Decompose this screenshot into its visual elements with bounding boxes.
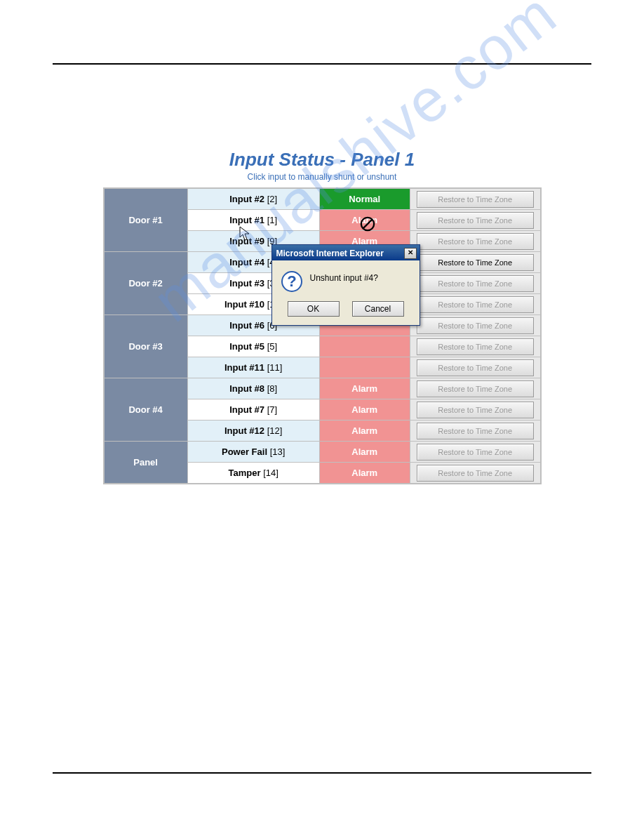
restore-button: Restore to Time Zone (417, 444, 534, 461)
dialog-titlebar: Microsoft Internet Explorer ✕ (272, 245, 420, 260)
restore-button: Restore to Time Zone (417, 233, 534, 250)
restore-cell: Restore to Time Zone (410, 315, 540, 336)
state-cell: Normal (319, 188, 410, 210)
input-index: [12] (267, 425, 283, 436)
dialog-title: Microsoft Internet Explorer (276, 249, 384, 258)
question-icon: ? (281, 270, 303, 293)
restore-cell: Restore to Time Zone (410, 294, 540, 315)
group-label: Door #2 (104, 252, 188, 315)
input-name: Input #6 (229, 320, 264, 331)
restore-cell: Restore to Time Zone (410, 273, 540, 294)
restore-button: Restore to Time Zone (417, 423, 534, 439)
cancel-button[interactable]: Cancel (352, 301, 404, 317)
state-cell: Alarm (319, 463, 410, 484)
group-label: Door #1 (104, 188, 188, 252)
state-cell (319, 336, 410, 357)
page-subtitle: Click input to manually shunt or unshunt (103, 172, 542, 182)
restore-cell: Restore to Time Zone (410, 252, 540, 273)
input-index: [11] (267, 362, 283, 373)
input-name: Input #9 (229, 236, 264, 246)
restore-button: Restore to Time Zone (417, 317, 534, 334)
input-index: [2] (267, 194, 277, 204)
confirm-dialog: Microsoft Internet Explorer ✕ ? Unshunt … (271, 244, 420, 326)
input-cell[interactable]: Input #5 [5] (187, 336, 319, 357)
top-rule (53, 63, 591, 65)
restore-cell: Restore to Time Zone (410, 399, 540, 421)
input-name: Input #1 (229, 215, 264, 225)
input-name: Input #8 (229, 383, 264, 394)
restore-cell: Restore to Time Zone (410, 442, 540, 463)
input-cell[interactable]: Input #11 [11] (187, 357, 319, 378)
restore-button[interactable]: Restore to Time Zone (417, 254, 534, 271)
restore-cell: Restore to Time Zone (410, 378, 540, 399)
svg-text:?: ? (287, 272, 296, 290)
group-label: Door #4 (104, 378, 188, 442)
input-name: Input #5 (229, 341, 264, 352)
ok-button[interactable]: OK (288, 301, 340, 317)
restore-cell: Restore to Time Zone (410, 188, 540, 210)
input-name: Tamper (229, 468, 261, 478)
restore-button: Restore to Time Zone (417, 359, 534, 376)
group-label: Panel (104, 442, 188, 484)
input-name: Input #3 (229, 278, 264, 289)
restore-cell: Restore to Time Zone (410, 231, 540, 252)
status-table: Door #1Input #2 [2]NormalRestore to Time… (103, 187, 542, 484)
group-label: Door #3 (104, 315, 188, 378)
input-name: Input #4 (229, 257, 264, 267)
dialog-message: Unshunt input #4? (310, 270, 378, 283)
restore-cell: Restore to Time Zone (410, 336, 540, 357)
restore-button: Restore to Time Zone (417, 212, 534, 229)
input-name: Input #7 (229, 404, 264, 415)
input-cell[interactable]: Input #2 [2] (187, 188, 319, 210)
restore-button: Restore to Time Zone (417, 296, 534, 313)
input-index: [7] (267, 404, 277, 415)
input-cell[interactable]: Input #12 [12] (187, 421, 319, 442)
input-cell[interactable]: Input #1 [1] (187, 210, 319, 231)
page-title: Input Status - Panel 1 (103, 149, 542, 171)
state-cell (319, 357, 410, 378)
input-index: [8] (267, 383, 277, 394)
restore-button: Restore to Time Zone (417, 275, 534, 292)
state-cell: Alarm (319, 399, 410, 421)
dialog-close-button[interactable]: ✕ (404, 248, 417, 259)
restore-cell: Restore to Time Zone (410, 421, 540, 442)
input-name: Power Fail (222, 446, 267, 457)
input-cell[interactable]: Input #7 [7] (187, 399, 319, 421)
input-cell[interactable]: Input #8 [8] (187, 378, 319, 399)
input-index: [13] (270, 446, 286, 457)
restore-button: Restore to Time Zone (417, 338, 534, 355)
input-name: Input #10 (224, 299, 264, 310)
restore-button: Restore to Time Zone (417, 191, 534, 208)
restore-button: Restore to Time Zone (417, 465, 534, 482)
restore-button: Restore to Time Zone (417, 380, 534, 397)
bottom-rule (53, 772, 591, 774)
input-name: Input #2 (229, 194, 264, 204)
restore-cell: Restore to Time Zone (410, 357, 540, 378)
input-index: [14] (263, 468, 279, 478)
input-index: [5] (267, 341, 277, 352)
restore-cell: Restore to Time Zone (410, 463, 540, 484)
state-cell: Alarm (319, 442, 410, 463)
restore-cell: Restore to Time Zone (410, 210, 540, 231)
state-cell: Alarm (319, 378, 410, 399)
input-index: [1] (267, 215, 277, 225)
input-cell[interactable]: Power Fail [13] (187, 442, 319, 463)
input-cell[interactable]: Tamper [14] (187, 463, 319, 484)
state-cell: Alarm (319, 421, 410, 442)
input-name: Input #11 (224, 362, 264, 373)
panel-wrap: Input Status - Panel 1 Click input to ma… (103, 149, 542, 484)
restore-button: Restore to Time Zone (417, 402, 534, 418)
state-cell: Alarm (319, 210, 410, 231)
input-name: Input #12 (224, 425, 264, 436)
